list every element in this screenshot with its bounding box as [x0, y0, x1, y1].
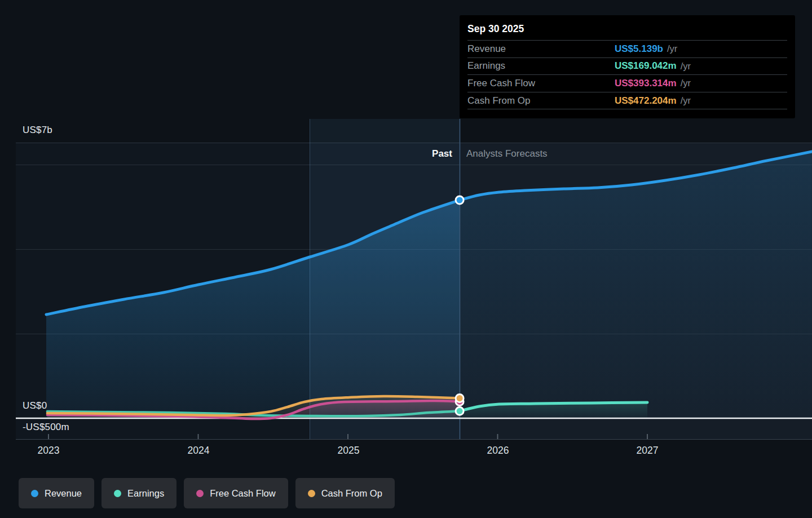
y-axis-label-7b: US$7b [23, 125, 52, 136]
chart-legend: Revenue Earnings Free Cash Flow Cash Fro… [19, 478, 395, 508]
x-axis-label-2025: 2025 [315, 445, 382, 457]
tooltip-revenue-value: US$5.139b [615, 43, 663, 55]
tooltip-revenue-label: Revenue [467, 43, 615, 55]
tooltip-revenue-suffix: /yr [667, 43, 677, 54]
tooltip-fcf-suffix: /yr [681, 78, 691, 88]
tooltip-earnings-suffix: /yr [681, 61, 691, 72]
legend-earnings-label: Earnings [127, 488, 164, 499]
analysts-forecasts-label: Analysts Forecasts [466, 148, 548, 160]
x-axis-label-2023: 2023 [15, 445, 82, 457]
earnings-revenue-growth-chart: US$7b US$0 -US$500m 2023 2024 2025 2026 … [0, 0, 812, 518]
tooltip-row-revenue: Revenue US$5.139b /yr [467, 41, 787, 58]
past-label: Past [362, 148, 452, 160]
highlight-band [310, 119, 460, 439]
tooltip-cashop-suffix: /yr [681, 95, 691, 106]
cash-from-op-marker[interactable] [456, 395, 464, 402]
tooltip-cashop-label: Cash From Op [467, 95, 615, 107]
legend-revenue-label: Revenue [45, 488, 82, 499]
tooltip-date: Sep 30 2025 [467, 15, 787, 41]
revenue-marker[interactable] [456, 196, 464, 204]
tooltip-fcf-label: Free Cash Flow [467, 78, 615, 89]
y-axis-label-0: US$0 [23, 400, 47, 411]
tooltip-cashop-value: US$472.204m [615, 95, 677, 107]
x-axis-label-2027: 2027 [614, 445, 681, 457]
earnings-legend-dot-icon [114, 490, 121, 497]
chart-tooltip: Sep 30 2025 Revenue US$5.139b /yr Earnin… [460, 15, 795, 118]
tooltip-row-earnings: Earnings US$169.042m /yr [467, 58, 787, 76]
y-axis-label-neg500m: -US$500m [23, 422, 69, 433]
tooltip-fcf-value: US$393.314m [615, 78, 677, 89]
legend-toggle-revenue[interactable]: Revenue [19, 478, 94, 508]
cash-from-op-legend-dot-icon [308, 490, 315, 497]
legend-toggle-free-cash-flow[interactable]: Free Cash Flow [184, 478, 288, 508]
legend-toggle-earnings[interactable]: Earnings [102, 478, 176, 508]
tooltip-earnings-label: Earnings [467, 60, 615, 72]
x-axis-label-2024: 2024 [165, 445, 232, 457]
x-axis-label-2026: 2026 [464, 445, 532, 457]
legend-cashop-label: Cash From Op [321, 488, 382, 499]
legend-fcf-label: Free Cash Flow [210, 488, 275, 499]
tooltip-row-cash-from-op: Cash From Op US$472.204m /yr [467, 92, 787, 110]
legend-toggle-cash-from-op[interactable]: Cash From Op [295, 478, 395, 508]
revenue-legend-dot-icon [31, 490, 38, 497]
earnings-marker[interactable] [456, 407, 464, 415]
tooltip-earnings-value: US$169.042m [615, 60, 677, 72]
tooltip-row-free-cash-flow: Free Cash Flow US$393.314m /yr [467, 75, 787, 92]
free-cash-flow-legend-dot-icon [196, 490, 204, 497]
